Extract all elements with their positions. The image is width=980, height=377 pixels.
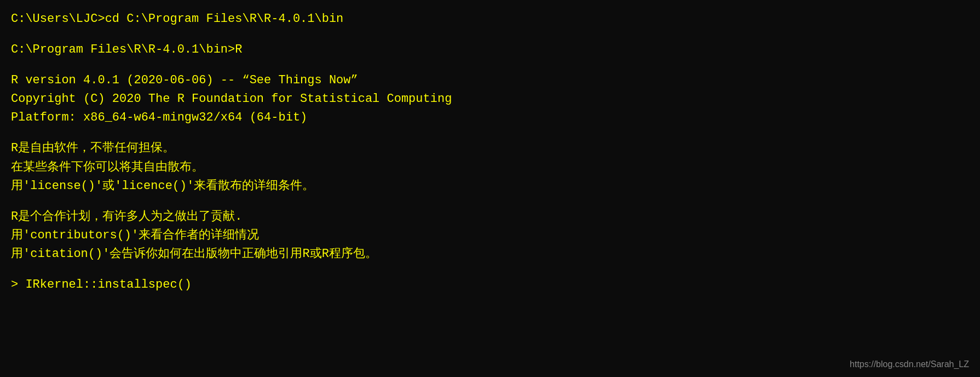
terminal-line: 用'citation()'会告诉你如何在出版物中正确地引用R或R程序包。 [11, 245, 969, 264]
terminal-line [11, 28, 969, 41]
terminal-line [11, 59, 969, 71]
terminal-line: C:\Program Files\R\R-4.0.1\bin>R [11, 41, 969, 59]
terminal-line: 用'license()'或'licence()'来看散布的详细条件。 [11, 177, 969, 196]
terminal-output: C:\Users\LJC>cd C:\Program Files\R\R-4.0… [11, 10, 969, 294]
watermark: https://blog.csdn.net/Sarah_LZ [850, 359, 969, 369]
terminal-line [11, 127, 969, 139]
terminal-line: R version 4.0.1 (2020-06-06) -- “See Thi… [11, 71, 969, 90]
terminal-line: 用'contributors()'来看合作者的详细情况 [11, 226, 969, 245]
terminal-line [11, 264, 969, 276]
terminal-line: Copyright (C) 2020 The R Foundation for … [11, 90, 969, 108]
terminal-line: R是自由软件，不带任何担保。 [11, 139, 969, 158]
terminal-line: > IRkernel::installspec() [11, 276, 969, 294]
terminal-line [11, 196, 969, 208]
terminal-window[interactable]: C:\Users\LJC>cd C:\Program Files\R\R-4.0… [0, 0, 980, 377]
terminal-line: Platform: x86_64-w64-mingw32/x64 (64-bit… [11, 108, 969, 127]
terminal-line: C:\Users\LJC>cd C:\Program Files\R\R-4.0… [11, 10, 969, 28]
terminal-line: 在某些条件下你可以将其自由散布。 [11, 158, 969, 177]
terminal-line: R是个合作计划，有许多人为之做出了贡献. [11, 208, 969, 226]
